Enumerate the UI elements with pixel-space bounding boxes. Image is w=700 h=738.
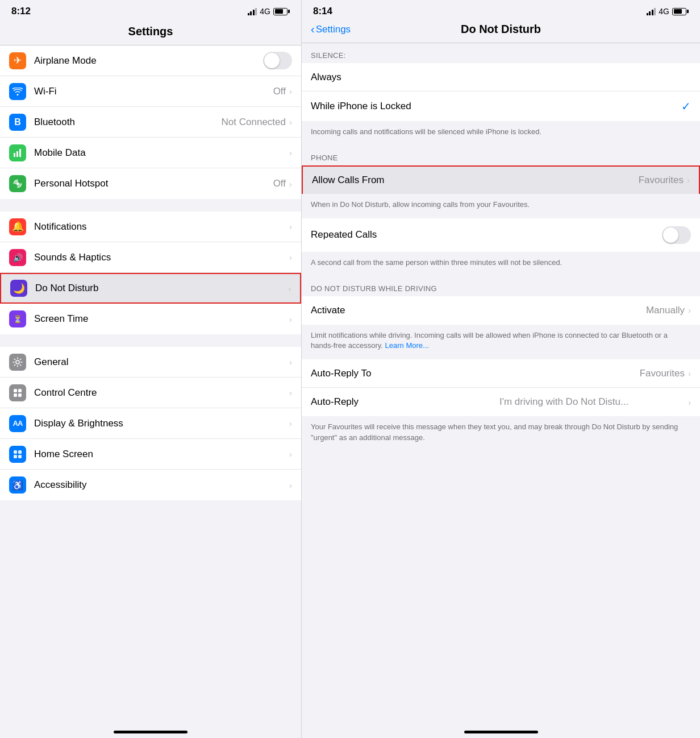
general-label: General (34, 356, 289, 368)
repeated-calls-item[interactable]: Repeated Calls (302, 218, 700, 252)
accessibility-icon: ♿ (9, 476, 26, 494)
mobile-data-chevron: › (289, 148, 292, 157)
allow-calls-from-chevron: › (687, 175, 690, 185)
right-nav-bar: ‹ Settings Do Not Disturb (302, 20, 700, 43)
repeated-calls-toggle[interactable] (662, 226, 691, 244)
left-status-bar: 8:12 4G (0, 0, 301, 20)
sidebar-item-sounds-haptics[interactable]: 🔊 Sounds & Haptics › (0, 242, 301, 273)
allow-calls-from-label: Allow Calls From (312, 175, 639, 186)
allow-calls-from-value: Favourites (639, 175, 684, 186)
silence-list: Always While iPhone is Locked ✓ (302, 63, 700, 121)
bluetooth-value: Not Connected (222, 117, 286, 128)
left-panel: 8:12 4G Settings ✈ Airplane Mode (0, 0, 301, 738)
display-icon: AA (9, 415, 26, 432)
right-status-icons: 4G (647, 7, 689, 16)
auto-reply-chevron: › (688, 397, 691, 407)
right-battery-icon (672, 8, 689, 15)
driving-section-label: DO NOT DISTURB WHILE DRIVING (302, 276, 700, 296)
sidebar-item-control-centre[interactable]: Control Centre › (0, 378, 301, 408)
right-signal-icon (647, 8, 656, 15)
autoreply-list: Auto-Reply To Favourites › Auto-Reply I'… (302, 359, 700, 416)
notifications-label: Notifications (34, 221, 289, 233)
auto-reply-to-chevron: › (688, 368, 691, 378)
right-panel: 8:14 4G ‹ Settings Do Not Disturb (301, 0, 700, 738)
phone-list: Allow Calls From Favourites › (302, 165, 700, 194)
left-signal-icon (248, 8, 257, 15)
svg-rect-5 (14, 389, 17, 392)
autoreply-info-text: Your Favourites will receive this messag… (302, 416, 700, 451)
svg-rect-11 (14, 455, 17, 458)
settings-title: Settings (0, 20, 301, 45)
left-time: 8:12 (11, 6, 31, 17)
sidebar-item-bluetooth[interactable]: B Bluetooth Not Connected › (0, 107, 301, 138)
sidebar-item-home-screen[interactable]: Home Screen › (0, 439, 301, 470)
auto-reply-to-label: Auto-Reply To (311, 368, 640, 379)
back-button[interactable]: ‹ Settings (311, 23, 351, 36)
control-centre-icon (9, 384, 26, 401)
svg-rect-12 (18, 455, 22, 458)
sounds-label: Sounds & Haptics (34, 252, 289, 263)
sidebar-item-screen-time[interactable]: ⏳ Screen Time › (0, 304, 301, 334)
sidebar-item-general[interactable]: General › (0, 347, 301, 378)
back-chevron-icon: ‹ (311, 23, 315, 36)
driving-info-main: Limit notifications while driving. Incom… (311, 331, 668, 350)
sidebar-item-notifications[interactable]: 🔔 Notifications › (0, 212, 301, 242)
right-page-title: Do Not Disturb (461, 23, 541, 36)
sidebar-item-wifi[interactable]: Wi-Fi Off › (0, 76, 301, 107)
driving-info-text: Limit notifications while driving. Incom… (302, 325, 700, 360)
right-content-scroll[interactable]: SILENCE: Always While iPhone is Locked ✓… (302, 43, 700, 725)
activate-chevron: › (688, 305, 691, 315)
auto-reply-label: Auto-Reply (311, 396, 496, 408)
airplane-toggle-switch[interactable] (263, 52, 292, 69)
bottom-padding (302, 451, 700, 463)
airplane-mode-toggle[interactable] (263, 52, 292, 69)
home-screen-label: Home Screen (34, 449, 289, 460)
sidebar-item-airplane-mode[interactable]: ✈ Airplane Mode (0, 45, 301, 76)
right-status-bar: 8:14 4G (302, 0, 700, 20)
left-status-icons: 4G (248, 7, 290, 16)
svg-rect-10 (18, 450, 22, 454)
sidebar-item-mobile-data[interactable]: Mobile Data › (0, 138, 301, 168)
mobile-data-label: Mobile Data (34, 147, 289, 159)
settings-section-1: ✈ Airplane Mode Wi-Fi Off › (0, 45, 301, 199)
right-network-label: 4G (659, 7, 669, 16)
svg-point-4 (16, 360, 19, 364)
learn-more-link[interactable]: Learn More... (385, 341, 429, 350)
mobile-data-icon (9, 144, 26, 161)
left-bottom-spacer (0, 500, 301, 725)
sidebar-item-do-not-disturb[interactable]: 🌙 Do Not Disturb › (0, 273, 301, 304)
silence-info-text: Incoming calls and notifications will be… (302, 121, 700, 146)
phone-section-label: PHONE (302, 146, 700, 165)
hotspot-value: Off (273, 178, 286, 189)
auto-reply-item[interactable]: Auto-Reply I'm driving with Do Not Distu… (302, 388, 700, 416)
accessibility-label: Accessibility (34, 479, 289, 491)
left-battery-icon (273, 8, 290, 15)
silence-while-locked-item[interactable]: While iPhone is Locked ✓ (302, 92, 700, 121)
bluetooth-chevron: › (289, 117, 292, 127)
right-time: 8:14 (313, 6, 332, 17)
sidebar-item-accessibility[interactable]: ♿ Accessibility › (0, 470, 301, 500)
screen-time-label: Screen Time (34, 313, 289, 325)
airplane-mode-label: Airplane Mode (34, 55, 263, 67)
sounds-chevron: › (289, 252, 292, 262)
auto-reply-to-item[interactable]: Auto-Reply To Favourites › (302, 359, 700, 388)
auto-reply-to-value: Favourites (640, 368, 685, 379)
allow-calls-from-item[interactable]: Allow Calls From Favourites › (302, 165, 700, 194)
silence-section-label: SILENCE: (302, 43, 700, 63)
sounds-icon: 🔊 (9, 249, 26, 266)
home-screen-icon (9, 446, 26, 463)
activate-item[interactable]: Activate Manually › (302, 296, 700, 325)
control-centre-label: Control Centre (34, 387, 289, 399)
auto-reply-value: I'm driving with Do Not Distu... (499, 396, 685, 408)
display-chevron: › (289, 418, 292, 428)
repeated-calls-list: Repeated Calls (302, 218, 700, 252)
general-icon (9, 354, 26, 371)
sidebar-item-display-brightness[interactable]: AA Display & Brightness › (0, 408, 301, 439)
svg-rect-2 (19, 149, 21, 157)
settings-section-3: General › Control Centre › AA Display & … (0, 347, 301, 500)
display-label: Display & Brightness (34, 418, 289, 429)
silence-always-item[interactable]: Always (302, 63, 700, 92)
svg-point-3 (16, 183, 19, 185)
sidebar-item-personal-hotspot[interactable]: Personal Hotspot Off › (0, 168, 301, 199)
bluetooth-label: Bluetooth (34, 117, 222, 128)
